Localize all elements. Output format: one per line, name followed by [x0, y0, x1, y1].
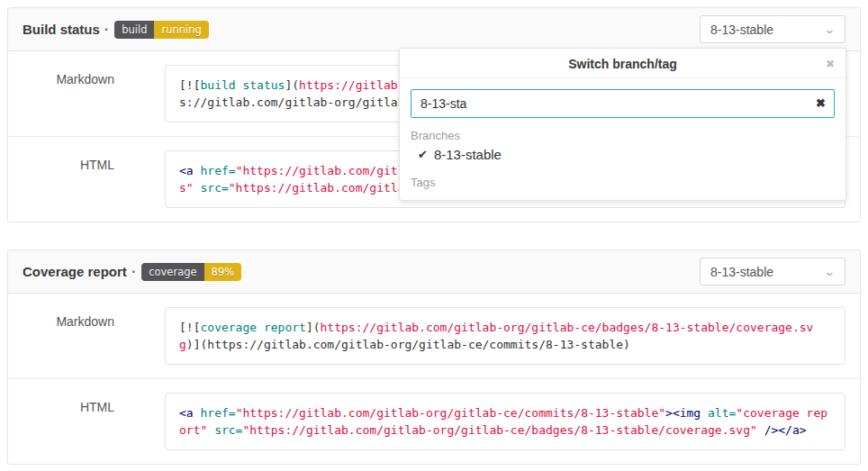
row-label-markdown: Markdown — [8, 307, 165, 365]
chevron-down-icon: ⌄ — [823, 23, 836, 35]
clear-search-icon[interactable]: ✖ — [816, 96, 826, 111]
badge-label: coverage — [141, 263, 203, 281]
branch-selector-label: 8-13-stable — [710, 265, 773, 279]
section-label-tags: Tags — [411, 176, 835, 189]
html-row: HTML <a href="https://gitlab.com/gitlab-… — [8, 378, 860, 464]
markdown-row: Markdown [![coverage report](https://git… — [8, 294, 860, 378]
chevron-down-icon: ⌄ — [823, 266, 836, 277]
row-label-html: HTML — [8, 393, 165, 450]
popup-body: Branches ✔ 8-13-stable Tags — [400, 129, 845, 189]
row-label-html: HTML — [8, 150, 165, 208]
page-title: Build status — [23, 22, 100, 37]
branch-selector-button[interactable]: 8-13-stable ⌄ — [700, 258, 845, 285]
title-separator: · — [131, 264, 136, 280]
branch-selector-button[interactable]: 8-13-stable ⌄ — [700, 15, 845, 43]
check-icon: ✔ — [418, 148, 428, 161]
branch-search: ✖ — [411, 89, 835, 118]
panel-coverage-report-header: Coverage report · coverage 89% 8-13-stab… — [8, 250, 860, 294]
branch-item-label: 8-13-stable — [434, 147, 502, 162]
badge-value: 89% — [204, 263, 242, 281]
panel-build-status-header: Build status · build running 8-13-stable… — [8, 8, 860, 51]
badge-label: build — [114, 21, 154, 39]
branch-item[interactable]: ✔ 8-13-stable — [411, 142, 835, 165]
build-status-badge: build running — [114, 21, 209, 39]
popup-titlebar: Switch branch/tag ✖ — [400, 49, 845, 78]
row-label-markdown: Markdown — [8, 65, 165, 122]
close-icon[interactable]: ✖ — [826, 57, 835, 71]
section-label-branches: Branches — [411, 129, 835, 142]
html-code-block: <a href="https://gitlab.com/gitlab-org/g… — [165, 393, 845, 450]
popup-title: Switch branch/tag — [427, 57, 818, 71]
title-separator: · — [104, 22, 109, 38]
coverage-badge: coverage 89% — [141, 263, 241, 281]
badge-value: running — [154, 21, 208, 39]
page-title: Coverage report — [23, 264, 127, 279]
switch-branch-popup: Switch branch/tag ✖ ✖ Branches ✔ 8-13-st… — [399, 48, 846, 201]
branch-search-input[interactable] — [411, 89, 835, 118]
panel-coverage-report: Coverage report · coverage 89% 8-13-stab… — [7, 249, 861, 465]
markdown-code-block: [![coverage report](https://gitlab.com/g… — [165, 307, 845, 365]
branch-selector-label: 8-13-stable — [710, 23, 773, 37]
